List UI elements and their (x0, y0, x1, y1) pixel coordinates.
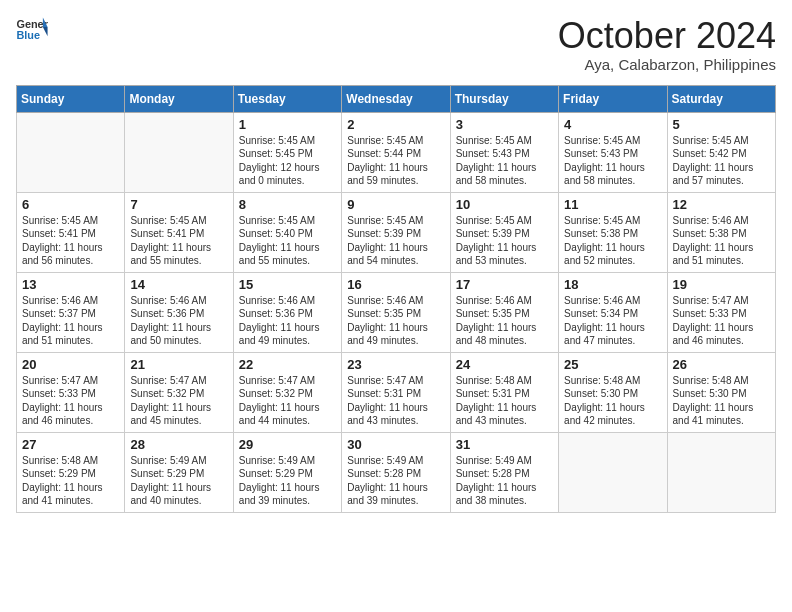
day-number: 17 (456, 277, 553, 292)
day-info: Sunrise: 5:46 AM Sunset: 5:37 PM Dayligh… (22, 294, 119, 348)
day-info: Sunrise: 5:49 AM Sunset: 5:28 PM Dayligh… (456, 454, 553, 508)
calendar-day-cell: 10Sunrise: 5:45 AM Sunset: 5:39 PM Dayli… (450, 192, 558, 272)
day-info: Sunrise: 5:45 AM Sunset: 5:42 PM Dayligh… (673, 134, 770, 188)
day-info: Sunrise: 5:47 AM Sunset: 5:33 PM Dayligh… (673, 294, 770, 348)
day-number: 15 (239, 277, 336, 292)
day-info: Sunrise: 5:49 AM Sunset: 5:28 PM Dayligh… (347, 454, 444, 508)
svg-marker-3 (43, 27, 48, 36)
day-number: 7 (130, 197, 227, 212)
day-info: Sunrise: 5:47 AM Sunset: 5:32 PM Dayligh… (130, 374, 227, 428)
day-number: 1 (239, 117, 336, 132)
calendar-day-cell: 1Sunrise: 5:45 AM Sunset: 5:45 PM Daylig… (233, 112, 341, 192)
day-info: Sunrise: 5:45 AM Sunset: 5:40 PM Dayligh… (239, 214, 336, 268)
day-number: 25 (564, 357, 661, 372)
day-info: Sunrise: 5:46 AM Sunset: 5:34 PM Dayligh… (564, 294, 661, 348)
day-info: Sunrise: 5:45 AM Sunset: 5:43 PM Dayligh… (456, 134, 553, 188)
calendar-day-cell: 14Sunrise: 5:46 AM Sunset: 5:36 PM Dayli… (125, 272, 233, 352)
weekday-header: Thursday (450, 85, 558, 112)
calendar-day-cell: 15Sunrise: 5:46 AM Sunset: 5:36 PM Dayli… (233, 272, 341, 352)
day-number: 5 (673, 117, 770, 132)
calendar-day-cell (667, 432, 775, 512)
day-number: 19 (673, 277, 770, 292)
logo: General Blue (16, 16, 48, 44)
calendar-day-cell: 6Sunrise: 5:45 AM Sunset: 5:41 PM Daylig… (17, 192, 125, 272)
day-number: 3 (456, 117, 553, 132)
day-info: Sunrise: 5:46 AM Sunset: 5:35 PM Dayligh… (456, 294, 553, 348)
calendar-day-cell: 28Sunrise: 5:49 AM Sunset: 5:29 PM Dayli… (125, 432, 233, 512)
day-info: Sunrise: 5:49 AM Sunset: 5:29 PM Dayligh… (239, 454, 336, 508)
day-info: Sunrise: 5:45 AM Sunset: 5:45 PM Dayligh… (239, 134, 336, 188)
day-info: Sunrise: 5:45 AM Sunset: 5:44 PM Dayligh… (347, 134, 444, 188)
calendar-day-cell: 3Sunrise: 5:45 AM Sunset: 5:43 PM Daylig… (450, 112, 558, 192)
calendar-day-cell: 9Sunrise: 5:45 AM Sunset: 5:39 PM Daylig… (342, 192, 450, 272)
calendar-day-cell: 31Sunrise: 5:49 AM Sunset: 5:28 PM Dayli… (450, 432, 558, 512)
calendar-day-cell: 24Sunrise: 5:48 AM Sunset: 5:31 PM Dayli… (450, 352, 558, 432)
calendar-day-cell: 20Sunrise: 5:47 AM Sunset: 5:33 PM Dayli… (17, 352, 125, 432)
day-number: 10 (456, 197, 553, 212)
calendar-day-cell (559, 432, 667, 512)
day-info: Sunrise: 5:45 AM Sunset: 5:41 PM Dayligh… (130, 214, 227, 268)
day-number: 11 (564, 197, 661, 212)
calendar-table: SundayMondayTuesdayWednesdayThursdayFrid… (16, 85, 776, 513)
weekday-header-row: SundayMondayTuesdayWednesdayThursdayFrid… (17, 85, 776, 112)
page-header: General Blue October 2024 Aya, Calabarzo… (16, 16, 776, 73)
calendar-day-cell: 4Sunrise: 5:45 AM Sunset: 5:43 PM Daylig… (559, 112, 667, 192)
day-info: Sunrise: 5:45 AM Sunset: 5:39 PM Dayligh… (347, 214, 444, 268)
day-info: Sunrise: 5:48 AM Sunset: 5:29 PM Dayligh… (22, 454, 119, 508)
calendar-week-row: 6Sunrise: 5:45 AM Sunset: 5:41 PM Daylig… (17, 192, 776, 272)
location-label: Aya, Calabarzon, Philippines (558, 56, 776, 73)
day-info: Sunrise: 5:48 AM Sunset: 5:30 PM Dayligh… (673, 374, 770, 428)
calendar-day-cell: 30Sunrise: 5:49 AM Sunset: 5:28 PM Dayli… (342, 432, 450, 512)
calendar-day-cell: 19Sunrise: 5:47 AM Sunset: 5:33 PM Dayli… (667, 272, 775, 352)
day-info: Sunrise: 5:46 AM Sunset: 5:38 PM Dayligh… (673, 214, 770, 268)
day-number: 18 (564, 277, 661, 292)
day-info: Sunrise: 5:47 AM Sunset: 5:31 PM Dayligh… (347, 374, 444, 428)
day-info: Sunrise: 5:48 AM Sunset: 5:31 PM Dayligh… (456, 374, 553, 428)
weekday-header: Monday (125, 85, 233, 112)
calendar-day-cell (17, 112, 125, 192)
day-number: 16 (347, 277, 444, 292)
calendar-day-cell: 11Sunrise: 5:45 AM Sunset: 5:38 PM Dayli… (559, 192, 667, 272)
day-number: 20 (22, 357, 119, 372)
day-number: 8 (239, 197, 336, 212)
weekday-header: Tuesday (233, 85, 341, 112)
calendar-day-cell: 27Sunrise: 5:48 AM Sunset: 5:29 PM Dayli… (17, 432, 125, 512)
day-info: Sunrise: 5:45 AM Sunset: 5:41 PM Dayligh… (22, 214, 119, 268)
day-info: Sunrise: 5:48 AM Sunset: 5:30 PM Dayligh… (564, 374, 661, 428)
month-title: October 2024 (558, 16, 776, 56)
calendar-day-cell: 23Sunrise: 5:47 AM Sunset: 5:31 PM Dayli… (342, 352, 450, 432)
calendar-day-cell: 17Sunrise: 5:46 AM Sunset: 5:35 PM Dayli… (450, 272, 558, 352)
day-number: 14 (130, 277, 227, 292)
calendar-day-cell: 22Sunrise: 5:47 AM Sunset: 5:32 PM Dayli… (233, 352, 341, 432)
day-info: Sunrise: 5:46 AM Sunset: 5:36 PM Dayligh… (130, 294, 227, 348)
day-number: 6 (22, 197, 119, 212)
weekday-header: Wednesday (342, 85, 450, 112)
logo-icon: General Blue (16, 16, 48, 44)
calendar-day-cell: 21Sunrise: 5:47 AM Sunset: 5:32 PM Dayli… (125, 352, 233, 432)
calendar-day-cell: 8Sunrise: 5:45 AM Sunset: 5:40 PM Daylig… (233, 192, 341, 272)
calendar-week-row: 20Sunrise: 5:47 AM Sunset: 5:33 PM Dayli… (17, 352, 776, 432)
calendar-day-cell: 7Sunrise: 5:45 AM Sunset: 5:41 PM Daylig… (125, 192, 233, 272)
day-number: 30 (347, 437, 444, 452)
calendar-day-cell: 12Sunrise: 5:46 AM Sunset: 5:38 PM Dayli… (667, 192, 775, 272)
day-number: 21 (130, 357, 227, 372)
calendar-week-row: 1Sunrise: 5:45 AM Sunset: 5:45 PM Daylig… (17, 112, 776, 192)
day-info: Sunrise: 5:47 AM Sunset: 5:32 PM Dayligh… (239, 374, 336, 428)
calendar-day-cell: 13Sunrise: 5:46 AM Sunset: 5:37 PM Dayli… (17, 272, 125, 352)
calendar-day-cell: 25Sunrise: 5:48 AM Sunset: 5:30 PM Dayli… (559, 352, 667, 432)
day-info: Sunrise: 5:49 AM Sunset: 5:29 PM Dayligh… (130, 454, 227, 508)
day-number: 28 (130, 437, 227, 452)
calendar-day-cell: 29Sunrise: 5:49 AM Sunset: 5:29 PM Dayli… (233, 432, 341, 512)
calendar-day-cell: 18Sunrise: 5:46 AM Sunset: 5:34 PM Dayli… (559, 272, 667, 352)
calendar-week-row: 13Sunrise: 5:46 AM Sunset: 5:37 PM Dayli… (17, 272, 776, 352)
calendar-day-cell: 16Sunrise: 5:46 AM Sunset: 5:35 PM Dayli… (342, 272, 450, 352)
day-number: 22 (239, 357, 336, 372)
day-info: Sunrise: 5:45 AM Sunset: 5:38 PM Dayligh… (564, 214, 661, 268)
day-number: 23 (347, 357, 444, 372)
title-block: October 2024 Aya, Calabarzon, Philippine… (558, 16, 776, 73)
day-number: 13 (22, 277, 119, 292)
weekday-header: Saturday (667, 85, 775, 112)
day-info: Sunrise: 5:47 AM Sunset: 5:33 PM Dayligh… (22, 374, 119, 428)
day-number: 4 (564, 117, 661, 132)
day-number: 29 (239, 437, 336, 452)
